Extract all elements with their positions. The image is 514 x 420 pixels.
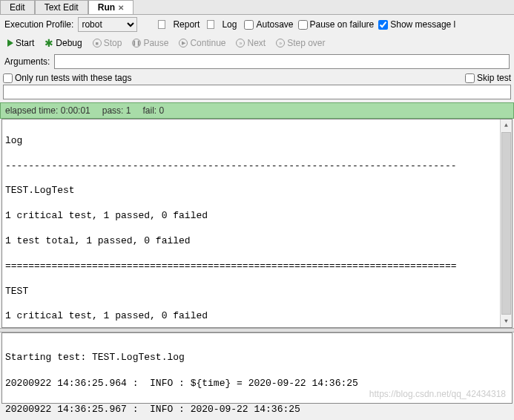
next-icon: » [236, 39, 245, 47]
skip-tests-checkbox[interactable] [465, 73, 475, 83]
log-button[interactable]: Log [219, 19, 240, 30]
tab-run[interactable]: Run ✕ [88, 0, 134, 14]
pause-on-failure-input[interactable] [298, 20, 308, 30]
pause-icon: ❚❚ [132, 39, 141, 47]
autosave-label: Autosave [256, 19, 293, 30]
status-elapsed: elapsed time: 0:00:01 [5, 105, 90, 116]
pause-on-failure-checkbox[interactable]: Pause on failure [298, 19, 375, 30]
bug-icon: ✱ [45, 37, 53, 49]
toolbar-profile: Execution Profile: robot Report Log Auto… [0, 15, 514, 34]
close-icon[interactable]: ✕ [118, 4, 124, 12]
output-sep: ----------------------------------------… [5, 160, 509, 173]
stop-icon: ■ [93, 39, 102, 47]
tab-label: Run [98, 2, 115, 13]
show-message-label: Show message l [390, 19, 455, 30]
execution-profile-select[interactable]: robot [78, 17, 137, 32]
autosave-input[interactable] [244, 20, 254, 30]
scroll-up-icon[interactable]: ▲ [501, 119, 512, 131]
report-button[interactable]: Report [170, 19, 202, 30]
pause-button[interactable]: ❚❚ Pause [129, 37, 171, 49]
continue-icon: ▶ [179, 39, 188, 47]
stop-button[interactable]: ■ Stop [90, 37, 125, 49]
play-icon [7, 39, 13, 47]
tab-label: Edit [10, 2, 25, 13]
execution-profile-label: Execution Profile: [4, 19, 73, 30]
status-fail: fail: 0 [142, 105, 164, 116]
output-line: log [5, 135, 509, 148]
message-line: Starting test: TEST.LogTest.log [5, 351, 509, 364]
scroll-thumb[interactable] [501, 132, 511, 315]
skip-tests-label: Skip test [477, 73, 511, 83]
report-icon [158, 20, 165, 29]
tab-bar: Edit Text Edit Run ✕ [0, 0, 514, 15]
output-sep: ========================================… [5, 260, 509, 273]
stepover-button[interactable]: » Step over [273, 37, 328, 49]
toolbar-run: Start ✱ Debug ■ Stop ❚❚ Pause ▶ Continue… [0, 34, 514, 52]
next-button[interactable]: » Next [233, 37, 268, 49]
continue-button[interactable]: ▶ Continue [176, 37, 228, 49]
output-line: 1 critical test, 1 passed, 0 failed [5, 210, 509, 223]
autosave-checkbox[interactable]: Autosave [244, 19, 293, 30]
arguments-label: Arguments: [4, 56, 50, 67]
output-pane: log ------------------------------------… [1, 119, 513, 328]
scroll-down-icon[interactable]: ▼ [501, 315, 512, 327]
log-icon [207, 20, 214, 29]
output-line: 1 test total, 1 passed, 0 failed [5, 235, 509, 248]
pause-on-failure-label: Pause on failure [310, 19, 375, 30]
start-button[interactable]: Start [4, 37, 37, 49]
output-line: 1 critical test, 1 passed, 0 failed [5, 310, 509, 323]
tags-row: Only run tests with these tags Skip test [0, 71, 514, 85]
arguments-input[interactable] [54, 54, 510, 69]
watermark: https://blog.csdn.net/qq_42434318 [369, 388, 506, 400]
only-tags-label: Only run tests with these tags [15, 73, 131, 83]
stepover-icon: » [276, 39, 285, 47]
status-pass: pass: 1 [102, 105, 131, 116]
scrollbar-vertical[interactable]: ▲ ▼ [500, 119, 512, 327]
show-message-input[interactable] [378, 20, 388, 30]
tab-label: Text Edit [45, 2, 79, 13]
status-bar: elapsed time: 0:00:01 pass: 1 fail: 0 [0, 102, 514, 119]
message-line: 20200922 14:36:25.967 : INFO : 2020-09-2… [5, 403, 509, 416]
debug-button[interactable]: ✱ Debug [42, 36, 85, 50]
message-pane: Starting test: TEST.LogTest.log 20200922… [1, 332, 513, 404]
tab-text-edit[interactable]: Text Edit [35, 0, 88, 14]
output-line: TEST.LogTest [5, 185, 509, 197]
tags-input[interactable] [3, 85, 511, 99]
tab-edit[interactable]: Edit [0, 0, 35, 14]
output-line: TEST [5, 286, 509, 298]
tags-input-row [0, 85, 514, 102]
only-tags-checkbox[interactable] [3, 73, 13, 83]
arguments-row: Arguments: [0, 52, 514, 71]
show-message-checkbox[interactable]: Show message l [378, 19, 455, 30]
